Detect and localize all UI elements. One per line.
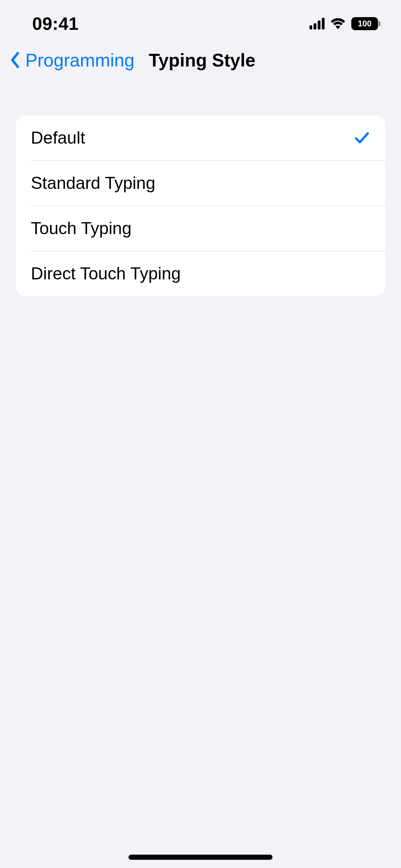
back-chevron-icon[interactable] [10,51,21,69]
option-touch-typing[interactable]: Touch Typing [16,206,385,251]
option-default[interactable]: Default [16,115,385,160]
option-direct-touch-typing[interactable]: Direct Touch Typing [16,251,385,296]
page-title: Typing Style [149,50,255,71]
back-button[interactable]: Programming [25,50,134,71]
option-label: Standard Typing [31,173,155,193]
home-indicator[interactable] [129,855,272,860]
battery-icon: 100 [351,17,380,30]
option-standard-typing[interactable]: Standard Typing [16,160,385,206]
status-bar: 09:41 100 [0,0,401,38]
option-label: Default [31,128,85,148]
wifi-icon [330,18,346,29]
battery-level: 100 [358,19,372,28]
navigation-bar: Programming Typing Style [0,38,401,82]
option-label: Direct Touch Typing [31,264,181,284]
checkmark-icon [354,130,370,146]
option-label: Touch Typing [31,218,132,238]
status-time: 09:41 [32,13,79,34]
typing-style-options-list: Default Standard Typing Touch Typing Dir… [16,115,385,296]
status-right-cluster: 100 [309,17,380,30]
cellular-signal-icon [309,18,325,29]
